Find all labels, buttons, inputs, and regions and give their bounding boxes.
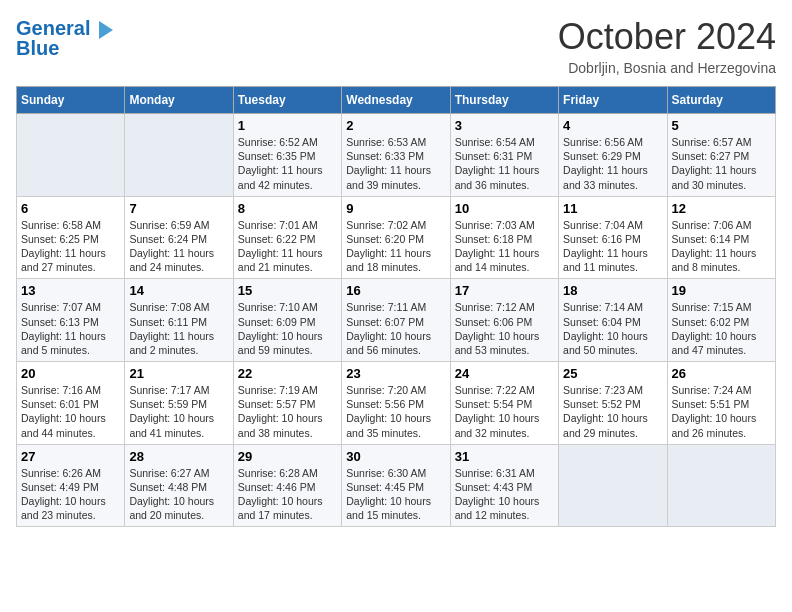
cell-content: Sunrise: 7:07 AMSunset: 6:13 PMDaylight:… [21,300,120,357]
calendar-cell: 20Sunrise: 7:16 AMSunset: 6:01 PMDayligh… [17,362,125,445]
calendar-cell: 26Sunrise: 7:24 AMSunset: 5:51 PMDayligh… [667,362,775,445]
calendar-cell: 15Sunrise: 7:10 AMSunset: 6:09 PMDayligh… [233,279,341,362]
day-number: 8 [238,201,337,216]
calendar-cell [559,444,667,527]
cell-content: Sunrise: 7:04 AMSunset: 6:16 PMDaylight:… [563,218,662,275]
day-number: 2 [346,118,445,133]
calendar-cell [17,114,125,197]
day-number: 20 [21,366,120,381]
cell-content: Sunrise: 6:58 AMSunset: 6:25 PMDaylight:… [21,218,120,275]
calendar-table: SundayMondayTuesdayWednesdayThursdayFrid… [16,86,776,527]
calendar-cell: 6Sunrise: 6:58 AMSunset: 6:25 PMDaylight… [17,196,125,279]
day-number: 12 [672,201,771,216]
calendar-cell: 11Sunrise: 7:04 AMSunset: 6:16 PMDayligh… [559,196,667,279]
day-number: 5 [672,118,771,133]
cell-content: Sunrise: 7:19 AMSunset: 5:57 PMDaylight:… [238,383,337,440]
cell-content: Sunrise: 6:57 AMSunset: 6:27 PMDaylight:… [672,135,771,192]
cell-content: Sunrise: 6:28 AMSunset: 4:46 PMDaylight:… [238,466,337,523]
weekday-header-tuesday: Tuesday [233,87,341,114]
day-number: 31 [455,449,554,464]
calendar-cell: 17Sunrise: 7:12 AMSunset: 6:06 PMDayligh… [450,279,558,362]
day-number: 19 [672,283,771,298]
weekday-header-wednesday: Wednesday [342,87,450,114]
day-number: 16 [346,283,445,298]
day-number: 7 [129,201,228,216]
day-number: 11 [563,201,662,216]
cell-content: Sunrise: 7:15 AMSunset: 6:02 PMDaylight:… [672,300,771,357]
logo-arrow-icon [99,21,113,39]
calendar-cell: 1Sunrise: 6:52 AMSunset: 6:35 PMDaylight… [233,114,341,197]
cell-content: Sunrise: 7:11 AMSunset: 6:07 PMDaylight:… [346,300,445,357]
cell-content: Sunrise: 6:31 AMSunset: 4:43 PMDaylight:… [455,466,554,523]
weekday-header-saturday: Saturday [667,87,775,114]
calendar-cell: 10Sunrise: 7:03 AMSunset: 6:18 PMDayligh… [450,196,558,279]
calendar-cell: 2Sunrise: 6:53 AMSunset: 6:33 PMDaylight… [342,114,450,197]
weekday-header-sunday: Sunday [17,87,125,114]
location: Dobrljin, Bosnia and Herzegovina [558,60,776,76]
page-header: General Blue October 2024 Dobrljin, Bosn… [16,16,776,76]
day-number: 26 [672,366,771,381]
calendar-cell: 19Sunrise: 7:15 AMSunset: 6:02 PMDayligh… [667,279,775,362]
cell-content: Sunrise: 7:14 AMSunset: 6:04 PMDaylight:… [563,300,662,357]
day-number: 28 [129,449,228,464]
day-number: 10 [455,201,554,216]
cell-content: Sunrise: 6:54 AMSunset: 6:31 PMDaylight:… [455,135,554,192]
cell-content: Sunrise: 6:56 AMSunset: 6:29 PMDaylight:… [563,135,662,192]
cell-content: Sunrise: 7:06 AMSunset: 6:14 PMDaylight:… [672,218,771,275]
calendar-cell: 4Sunrise: 6:56 AMSunset: 6:29 PMDaylight… [559,114,667,197]
cell-content: Sunrise: 7:08 AMSunset: 6:11 PMDaylight:… [129,300,228,357]
calendar-cell: 28Sunrise: 6:27 AMSunset: 4:48 PMDayligh… [125,444,233,527]
calendar-cell: 9Sunrise: 7:02 AMSunset: 6:20 PMDaylight… [342,196,450,279]
cell-content: Sunrise: 7:03 AMSunset: 6:18 PMDaylight:… [455,218,554,275]
day-number: 30 [346,449,445,464]
calendar-cell: 8Sunrise: 7:01 AMSunset: 6:22 PMDaylight… [233,196,341,279]
calendar-cell: 14Sunrise: 7:08 AMSunset: 6:11 PMDayligh… [125,279,233,362]
cell-content: Sunrise: 7:17 AMSunset: 5:59 PMDaylight:… [129,383,228,440]
cell-content: Sunrise: 6:27 AMSunset: 4:48 PMDaylight:… [129,466,228,523]
cell-content: Sunrise: 6:26 AMSunset: 4:49 PMDaylight:… [21,466,120,523]
day-number: 4 [563,118,662,133]
cell-content: Sunrise: 7:16 AMSunset: 6:01 PMDaylight:… [21,383,120,440]
calendar-cell: 13Sunrise: 7:07 AMSunset: 6:13 PMDayligh… [17,279,125,362]
title-block: October 2024 Dobrljin, Bosnia and Herzeg… [558,16,776,76]
logo-blue-text: Blue [16,38,113,58]
calendar-cell: 30Sunrise: 6:30 AMSunset: 4:45 PMDayligh… [342,444,450,527]
calendar-cell: 3Sunrise: 6:54 AMSunset: 6:31 PMDaylight… [450,114,558,197]
calendar-cell [667,444,775,527]
calendar-cell: 23Sunrise: 7:20 AMSunset: 5:56 PMDayligh… [342,362,450,445]
weekday-header-monday: Monday [125,87,233,114]
calendar-cell: 27Sunrise: 6:26 AMSunset: 4:49 PMDayligh… [17,444,125,527]
weekday-header-thursday: Thursday [450,87,558,114]
cell-content: Sunrise: 7:02 AMSunset: 6:20 PMDaylight:… [346,218,445,275]
day-number: 15 [238,283,337,298]
day-number: 14 [129,283,228,298]
calendar-cell: 29Sunrise: 6:28 AMSunset: 4:46 PMDayligh… [233,444,341,527]
cell-content: Sunrise: 7:12 AMSunset: 6:06 PMDaylight:… [455,300,554,357]
calendar-cell: 31Sunrise: 6:31 AMSunset: 4:43 PMDayligh… [450,444,558,527]
day-number: 25 [563,366,662,381]
day-number: 21 [129,366,228,381]
cell-content: Sunrise: 7:20 AMSunset: 5:56 PMDaylight:… [346,383,445,440]
calendar-cell: 16Sunrise: 7:11 AMSunset: 6:07 PMDayligh… [342,279,450,362]
cell-content: Sunrise: 6:53 AMSunset: 6:33 PMDaylight:… [346,135,445,192]
day-number: 9 [346,201,445,216]
day-number: 1 [238,118,337,133]
calendar-cell: 5Sunrise: 6:57 AMSunset: 6:27 PMDaylight… [667,114,775,197]
logo: General Blue [16,16,113,58]
calendar-cell: 18Sunrise: 7:14 AMSunset: 6:04 PMDayligh… [559,279,667,362]
day-number: 29 [238,449,337,464]
calendar-cell: 7Sunrise: 6:59 AMSunset: 6:24 PMDaylight… [125,196,233,279]
cell-content: Sunrise: 7:23 AMSunset: 5:52 PMDaylight:… [563,383,662,440]
calendar-cell: 12Sunrise: 7:06 AMSunset: 6:14 PMDayligh… [667,196,775,279]
calendar-cell: 24Sunrise: 7:22 AMSunset: 5:54 PMDayligh… [450,362,558,445]
day-number: 17 [455,283,554,298]
calendar-cell: 21Sunrise: 7:17 AMSunset: 5:59 PMDayligh… [125,362,233,445]
calendar-cell: 22Sunrise: 7:19 AMSunset: 5:57 PMDayligh… [233,362,341,445]
day-number: 13 [21,283,120,298]
cell-content: Sunrise: 6:52 AMSunset: 6:35 PMDaylight:… [238,135,337,192]
day-number: 3 [455,118,554,133]
weekday-header-friday: Friday [559,87,667,114]
day-number: 22 [238,366,337,381]
calendar-cell: 25Sunrise: 7:23 AMSunset: 5:52 PMDayligh… [559,362,667,445]
day-number: 24 [455,366,554,381]
